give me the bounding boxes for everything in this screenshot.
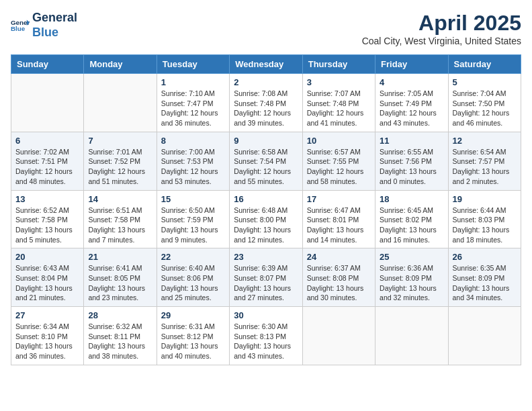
calendar-cell: 13Sunrise: 6:52 AM Sunset: 7:58 PM Dayli… xyxy=(11,190,84,248)
calendar-cell xyxy=(302,307,375,365)
day-info: Sunrise: 7:00 AM Sunset: 7:53 PM Dayligh… xyxy=(161,147,225,187)
calendar-cell: 18Sunrise: 6:45 AM Sunset: 8:02 PM Dayli… xyxy=(375,190,448,248)
day-number: 26 xyxy=(453,252,517,262)
calendar-cell: 6Sunrise: 7:02 AM Sunset: 7:51 PM Daylig… xyxy=(11,132,84,190)
day-number: 16 xyxy=(234,194,298,204)
day-info: Sunrise: 6:34 AM Sunset: 8:10 PM Dayligh… xyxy=(15,322,79,361)
calendar-cell: 9Sunrise: 6:58 AM Sunset: 7:54 PM Daylig… xyxy=(230,132,302,190)
day-number: 8 xyxy=(161,136,225,146)
calendar-cell xyxy=(11,74,84,132)
day-info: Sunrise: 6:57 AM Sunset: 7:55 PM Dayligh… xyxy=(307,147,371,187)
day-info: Sunrise: 6:50 AM Sunset: 7:59 PM Dayligh… xyxy=(161,205,225,245)
day-number: 28 xyxy=(88,310,152,320)
calendar-cell: 7Sunrise: 7:01 AM Sunset: 7:52 PM Daylig… xyxy=(84,132,157,190)
calendar-row-3: 13Sunrise: 6:52 AM Sunset: 7:58 PM Dayli… xyxy=(11,190,521,248)
calendar-row-5: 27Sunrise: 6:34 AM Sunset: 8:10 PM Dayli… xyxy=(11,307,521,365)
day-info: Sunrise: 6:47 AM Sunset: 8:01 PM Dayligh… xyxy=(307,205,371,245)
calendar-row-2: 6Sunrise: 7:02 AM Sunset: 7:51 PM Daylig… xyxy=(11,132,521,190)
day-number: 4 xyxy=(380,77,443,87)
weekday-header-tuesday: Tuesday xyxy=(157,55,229,74)
calendar-cell: 21Sunrise: 6:41 AM Sunset: 8:05 PM Dayli… xyxy=(84,248,157,307)
calendar-cell: 1Sunrise: 7:10 AM Sunset: 7:47 PM Daylig… xyxy=(157,74,229,132)
calendar-cell xyxy=(375,307,448,365)
calendar-cell: 23Sunrise: 6:39 AM Sunset: 8:07 PM Dayli… xyxy=(230,248,302,307)
day-number: 2 xyxy=(234,77,298,87)
day-info: Sunrise: 6:48 AM Sunset: 8:00 PM Dayligh… xyxy=(234,205,298,245)
calendar-cell: 27Sunrise: 6:34 AM Sunset: 8:10 PM Dayli… xyxy=(11,307,84,365)
logo-text: General Blue xyxy=(32,11,77,40)
day-info: Sunrise: 6:31 AM Sunset: 8:12 PM Dayligh… xyxy=(161,322,225,361)
day-info: Sunrise: 6:55 AM Sunset: 7:56 PM Dayligh… xyxy=(380,147,443,187)
day-number: 30 xyxy=(234,310,298,320)
day-info: Sunrise: 6:58 AM Sunset: 7:54 PM Dayligh… xyxy=(234,147,298,187)
calendar-cell: 24Sunrise: 6:37 AM Sunset: 8:08 PM Dayli… xyxy=(302,248,375,307)
day-number: 21 xyxy=(88,252,152,262)
month-title: April 2025 xyxy=(362,11,521,36)
calendar-cell: 17Sunrise: 6:47 AM Sunset: 8:01 PM Dayli… xyxy=(302,190,375,248)
calendar-cell: 8Sunrise: 7:00 AM Sunset: 7:53 PM Daylig… xyxy=(157,132,229,190)
calendar-cell: 26Sunrise: 6:35 AM Sunset: 8:09 PM Dayli… xyxy=(448,248,521,307)
day-number: 27 xyxy=(15,310,79,320)
weekday-header-saturday: Saturday xyxy=(448,55,521,74)
day-number: 17 xyxy=(307,194,371,204)
day-number: 19 xyxy=(453,194,517,204)
day-number: 6 xyxy=(15,136,79,146)
day-info: Sunrise: 7:08 AM Sunset: 7:48 PM Dayligh… xyxy=(234,89,298,128)
day-info: Sunrise: 6:37 AM Sunset: 8:08 PM Dayligh… xyxy=(307,263,371,303)
day-info: Sunrise: 6:32 AM Sunset: 8:11 PM Dayligh… xyxy=(88,322,152,361)
day-number: 7 xyxy=(88,136,152,146)
calendar-cell xyxy=(448,307,521,365)
day-number: 12 xyxy=(453,136,517,146)
calendar-cell: 15Sunrise: 6:50 AM Sunset: 7:59 PM Dayli… xyxy=(157,190,229,248)
day-number: 23 xyxy=(234,252,298,262)
day-info: Sunrise: 6:45 AM Sunset: 8:02 PM Dayligh… xyxy=(380,205,443,245)
day-number: 29 xyxy=(161,310,225,320)
day-number: 5 xyxy=(453,77,517,87)
location: Coal City, West Virginia, United States xyxy=(362,36,521,46)
weekday-header-wednesday: Wednesday xyxy=(230,55,302,74)
calendar-cell: 25Sunrise: 6:36 AM Sunset: 8:09 PM Dayli… xyxy=(375,248,448,307)
calendar-cell: 5Sunrise: 7:04 AM Sunset: 7:50 PM Daylig… xyxy=(448,74,521,132)
day-number: 1 xyxy=(161,77,225,87)
day-number: 18 xyxy=(380,194,443,204)
day-number: 22 xyxy=(161,252,225,262)
day-info: Sunrise: 6:41 AM Sunset: 8:05 PM Dayligh… xyxy=(88,263,152,303)
weekday-header-monday: Monday xyxy=(84,55,157,74)
calendar-cell: 2Sunrise: 7:08 AM Sunset: 7:48 PM Daylig… xyxy=(230,74,302,132)
calendar-cell xyxy=(84,74,157,132)
day-number: 20 xyxy=(15,252,79,262)
calendar-cell: 30Sunrise: 6:30 AM Sunset: 8:13 PM Dayli… xyxy=(230,307,302,365)
calendar-cell: 10Sunrise: 6:57 AM Sunset: 7:55 PM Dayli… xyxy=(302,132,375,190)
svg-text:Blue: Blue xyxy=(11,25,26,32)
calendar-cell: 11Sunrise: 6:55 AM Sunset: 7:56 PM Dayli… xyxy=(375,132,448,190)
day-info: Sunrise: 7:02 AM Sunset: 7:51 PM Dayligh… xyxy=(15,147,79,187)
day-info: Sunrise: 7:01 AM Sunset: 7:52 PM Dayligh… xyxy=(88,147,152,187)
day-info: Sunrise: 6:51 AM Sunset: 7:58 PM Dayligh… xyxy=(88,205,152,245)
logo: General Blue General Blue xyxy=(11,11,77,40)
day-info: Sunrise: 6:54 AM Sunset: 7:57 PM Dayligh… xyxy=(453,147,517,187)
calendar-row-1: 1Sunrise: 7:10 AM Sunset: 7:47 PM Daylig… xyxy=(11,74,521,132)
day-number: 3 xyxy=(307,77,371,87)
day-info: Sunrise: 6:43 AM Sunset: 8:04 PM Dayligh… xyxy=(15,263,79,303)
calendar-table: SundayMondayTuesdayWednesdayThursdayFrid… xyxy=(11,54,521,365)
weekday-header-thursday: Thursday xyxy=(302,55,375,74)
day-info: Sunrise: 6:36 AM Sunset: 8:09 PM Dayligh… xyxy=(380,263,443,303)
weekday-header-row: SundayMondayTuesdayWednesdayThursdayFrid… xyxy=(11,55,521,74)
day-info: Sunrise: 6:40 AM Sunset: 8:06 PM Dayligh… xyxy=(161,263,225,303)
calendar-cell: 12Sunrise: 6:54 AM Sunset: 7:57 PM Dayli… xyxy=(448,132,521,190)
weekday-header-sunday: Sunday xyxy=(11,55,84,74)
day-number: 13 xyxy=(15,194,79,204)
day-info: Sunrise: 6:35 AM Sunset: 8:09 PM Dayligh… xyxy=(453,263,517,303)
day-info: Sunrise: 7:04 AM Sunset: 7:50 PM Dayligh… xyxy=(453,89,517,128)
calendar-cell: 29Sunrise: 6:31 AM Sunset: 8:12 PM Dayli… xyxy=(157,307,229,365)
calendar-cell: 14Sunrise: 6:51 AM Sunset: 7:58 PM Dayli… xyxy=(84,190,157,248)
logo-icon: General Blue xyxy=(11,16,30,35)
day-info: Sunrise: 6:44 AM Sunset: 8:03 PM Dayligh… xyxy=(453,205,517,245)
calendar-cell: 22Sunrise: 6:40 AM Sunset: 8:06 PM Dayli… xyxy=(157,248,229,307)
day-info: Sunrise: 7:10 AM Sunset: 7:47 PM Dayligh… xyxy=(161,89,225,128)
calendar-cell: 28Sunrise: 6:32 AM Sunset: 8:11 PM Dayli… xyxy=(84,307,157,365)
day-number: 11 xyxy=(380,136,443,146)
day-number: 10 xyxy=(307,136,371,146)
weekday-header-friday: Friday xyxy=(375,55,448,74)
day-number: 9 xyxy=(234,136,298,146)
